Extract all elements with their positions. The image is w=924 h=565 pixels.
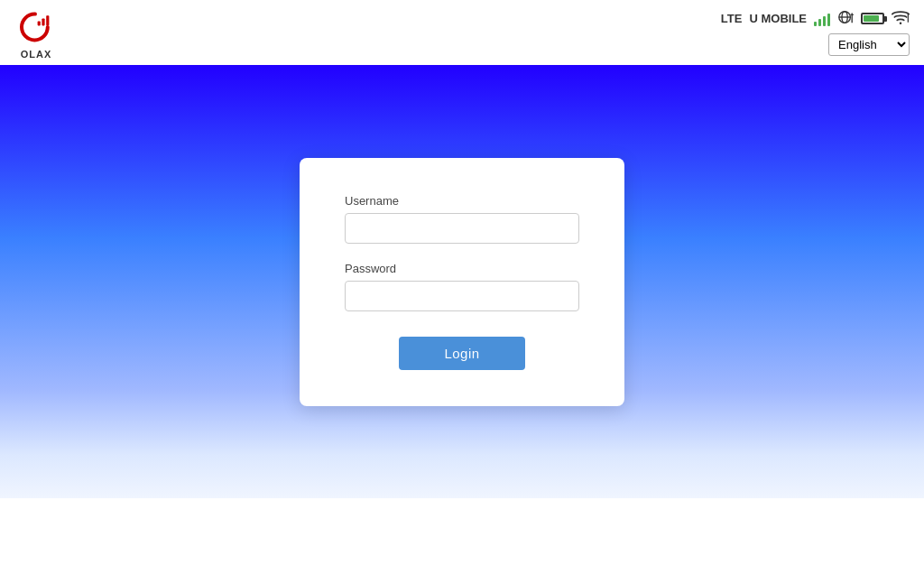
password-label: Password	[345, 262, 579, 275]
carrier-label: U MOBILE	[749, 12, 807, 25]
olax-logo-icon	[14, 5, 58, 49]
wifi-icon	[892, 10, 910, 27]
signal-bars-icon	[814, 12, 830, 26]
username-group: Username	[345, 194, 579, 244]
bottom-area	[0, 498, 924, 565]
username-input[interactable]	[345, 213, 579, 244]
login-button[interactable]: Login	[399, 337, 524, 370]
top-bar: OLAX LTE U MOBILE	[0, 0, 924, 65]
main-area: Username Password Login	[0, 65, 924, 498]
logo-area: OLAX	[14, 5, 58, 60]
lte-label: LTE	[721, 12, 743, 25]
language-select[interactable]: English 中文 Français Español	[828, 33, 910, 56]
logo-text: OLAX	[21, 49, 52, 60]
svg-point-9	[900, 22, 902, 24]
battery-icon	[861, 13, 884, 24]
globe-icon	[837, 9, 854, 28]
login-btn-wrapper: Login	[345, 337, 579, 370]
svg-point-0	[22, 14, 48, 41]
username-label: Username	[345, 194, 579, 208]
login-card: Username Password Login	[300, 158, 624, 406]
top-right-area: LTE U MOBILE	[721, 9, 910, 56]
password-group: Password	[345, 262, 579, 311]
svg-rect-1	[38, 22, 41, 26]
svg-rect-3	[46, 15, 49, 25]
svg-rect-2	[42, 18, 44, 25]
status-bar: LTE U MOBILE	[721, 9, 910, 28]
password-input[interactable]	[345, 281, 579, 311]
